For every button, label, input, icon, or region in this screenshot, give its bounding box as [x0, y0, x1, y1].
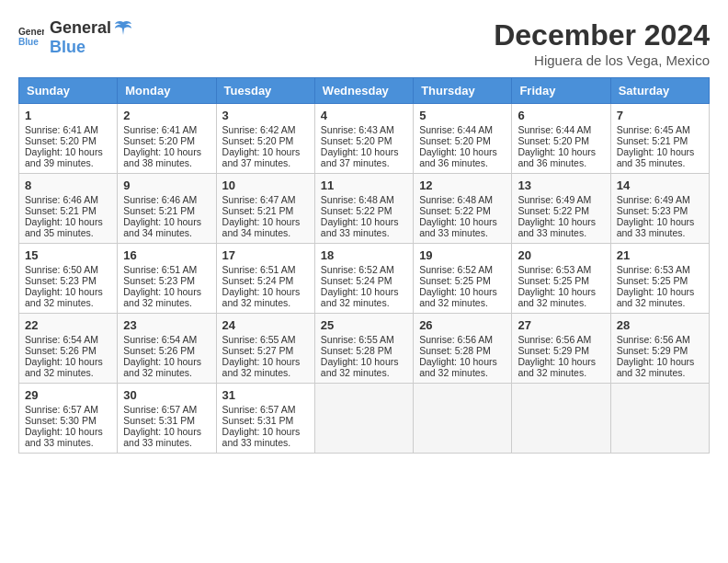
daylight: Daylight: 10 hours and 32 minutes.: [419, 356, 497, 378]
logo-text-general: General: [50, 19, 111, 38]
day-number: 15: [25, 248, 111, 262]
day-number: 23: [123, 318, 210, 332]
sunrise: Sunrise: 6:53 AM: [617, 264, 690, 275]
calendar-cell: 2 Sunrise: 6:41 AM Sunset: 5:20 PM Dayli…: [118, 104, 216, 174]
daylight: Daylight: 10 hours and 35 minutes.: [617, 146, 695, 168]
calendar-cell: [512, 384, 610, 454]
day-number: 31: [222, 388, 309, 402]
sunrise: Sunrise: 6:56 AM: [617, 334, 690, 345]
calendar-table: SundayMondayTuesdayWednesdayThursdayFrid…: [18, 77, 710, 454]
logo-text-blue: Blue: [50, 39, 133, 57]
sunset: Sunset: 5:23 PM: [617, 205, 688, 216]
calendar-cell: 25 Sunrise: 6:55 AM Sunset: 5:28 PM Dayl…: [314, 314, 413, 384]
sunrise: Sunrise: 6:43 AM: [321, 124, 394, 135]
sunrise: Sunrise: 6:53 AM: [518, 264, 591, 275]
calendar-cell: 11 Sunrise: 6:48 AM Sunset: 5:22 PM Dayl…: [314, 174, 413, 244]
day-number: 7: [617, 109, 703, 122]
daylight: Daylight: 10 hours and 34 minutes.: [123, 216, 201, 238]
daylight: Daylight: 10 hours and 32 minutes.: [123, 286, 201, 308]
header-cell-wednesday: Wednesday: [314, 78, 413, 104]
daylight: Daylight: 10 hours and 32 minutes.: [617, 356, 695, 378]
sunset: Sunset: 5:22 PM: [419, 205, 491, 216]
calendar-cell: 5 Sunrise: 6:44 AM Sunset: 5:20 PM Dayli…: [414, 104, 512, 174]
calendar-cell: 1 Sunrise: 6:41 AM Sunset: 5:20 PM Dayli…: [19, 104, 118, 174]
logo: General Blue General Blue: [18, 18, 133, 57]
sunrise: Sunrise: 6:41 AM: [25, 124, 98, 135]
svg-text:Blue: Blue: [18, 37, 39, 47]
sunrise: Sunrise: 6:46 AM: [25, 194, 98, 205]
week-row-4: 22 Sunrise: 6:54 AM Sunset: 5:26 PM Dayl…: [19, 314, 710, 384]
daylight: Daylight: 10 hours and 35 minutes.: [25, 216, 103, 238]
sunset: Sunset: 5:29 PM: [518, 345, 589, 356]
sunset: Sunset: 5:28 PM: [419, 345, 491, 356]
day-number: 4: [321, 109, 407, 122]
calendar-cell: 6 Sunrise: 6:44 AM Sunset: 5:20 PM Dayli…: [512, 104, 610, 174]
sunrise: Sunrise: 6:49 AM: [617, 194, 690, 205]
sunset: Sunset: 5:20 PM: [123, 135, 195, 146]
sunset: Sunset: 5:20 PM: [419, 135, 491, 146]
day-number: 13: [518, 178, 604, 192]
sunrise: Sunrise: 6:46 AM: [123, 194, 197, 205]
sunrise: Sunrise: 6:52 AM: [321, 264, 394, 275]
daylight: Daylight: 10 hours and 38 minutes.: [123, 146, 201, 168]
calendar-cell: 24 Sunrise: 6:55 AM Sunset: 5:27 PM Dayl…: [216, 314, 314, 384]
calendar-cell: 3 Sunrise: 6:42 AM Sunset: 5:20 PM Dayli…: [216, 104, 314, 174]
day-number: 1: [25, 109, 111, 122]
daylight: Daylight: 10 hours and 32 minutes.: [222, 286, 301, 308]
sunrise: Sunrise: 6:56 AM: [419, 334, 493, 345]
calendar-cell: 26 Sunrise: 6:56 AM Sunset: 5:28 PM Dayl…: [414, 314, 512, 384]
calendar-cell: [414, 384, 512, 454]
calendar-cell: 17 Sunrise: 6:51 AM Sunset: 5:24 PM Dayl…: [216, 244, 314, 314]
calendar-cell: 20 Sunrise: 6:53 AM Sunset: 5:25 PM Dayl…: [512, 244, 610, 314]
week-row-1: 1 Sunrise: 6:41 AM Sunset: 5:20 PM Dayli…: [19, 104, 710, 174]
sunrise: Sunrise: 6:57 AM: [123, 404, 197, 415]
daylight: Daylight: 10 hours and 33 minutes.: [518, 216, 596, 238]
daylight: Daylight: 10 hours and 32 minutes.: [321, 356, 399, 378]
sunrise: Sunrise: 6:56 AM: [518, 334, 591, 345]
calendar-cell: 10 Sunrise: 6:47 AM Sunset: 5:21 PM Dayl…: [216, 174, 314, 244]
calendar-cell: 13 Sunrise: 6:49 AM Sunset: 5:22 PM Dayl…: [512, 174, 610, 244]
calendar-body: 1 Sunrise: 6:41 AM Sunset: 5:20 PM Dayli…: [19, 104, 710, 454]
daylight: Daylight: 10 hours and 33 minutes.: [25, 426, 103, 448]
sunset: Sunset: 5:31 PM: [222, 415, 294, 426]
day-number: 19: [419, 248, 506, 262]
sunset: Sunset: 5:29 PM: [617, 345, 688, 356]
sunset: Sunset: 5:27 PM: [222, 345, 294, 356]
logo-icon: General Blue: [18, 25, 44, 51]
sunset: Sunset: 5:23 PM: [123, 275, 195, 286]
day-number: 25: [321, 318, 407, 332]
sunrise: Sunrise: 6:54 AM: [25, 334, 98, 345]
daylight: Daylight: 10 hours and 32 minutes.: [518, 286, 596, 308]
sunset: Sunset: 5:26 PM: [123, 345, 195, 356]
sunrise: Sunrise: 6:44 AM: [518, 124, 591, 135]
sunrise: Sunrise: 6:51 AM: [123, 264, 197, 275]
daylight: Daylight: 10 hours and 32 minutes.: [25, 356, 103, 378]
day-number: 11: [321, 178, 407, 192]
sunset: Sunset: 5:20 PM: [222, 135, 294, 146]
daylight: Daylight: 10 hours and 33 minutes.: [321, 216, 399, 238]
calendar-cell: 28 Sunrise: 6:56 AM Sunset: 5:29 PM Dayl…: [610, 314, 709, 384]
daylight: Daylight: 10 hours and 32 minutes.: [518, 356, 596, 378]
sunset: Sunset: 5:21 PM: [222, 205, 294, 216]
sunset: Sunset: 5:20 PM: [518, 135, 589, 146]
header-cell-sunday: Sunday: [19, 78, 118, 104]
calendar-cell: 29 Sunrise: 6:57 AM Sunset: 5:30 PM Dayl…: [19, 384, 118, 454]
title-area: December 2024 Higuera de los Vega, Mexic…: [494, 18, 710, 68]
daylight: Daylight: 10 hours and 32 minutes.: [123, 356, 201, 378]
day-number: 6: [518, 109, 604, 122]
day-number: 27: [518, 318, 604, 332]
calendar-cell: 15 Sunrise: 6:50 AM Sunset: 5:23 PM Dayl…: [19, 244, 118, 314]
sunset: Sunset: 5:26 PM: [25, 345, 97, 356]
sunset: Sunset: 5:22 PM: [518, 205, 589, 216]
daylight: Daylight: 10 hours and 32 minutes.: [321, 286, 399, 308]
day-number: 29: [25, 388, 111, 402]
day-number: 30: [123, 388, 210, 402]
sunrise: Sunrise: 6:57 AM: [25, 404, 98, 415]
sunrise: Sunrise: 6:54 AM: [123, 334, 197, 345]
header-cell-friday: Friday: [512, 78, 610, 104]
sunrise: Sunrise: 6:50 AM: [25, 264, 98, 275]
calendar-cell: [610, 384, 709, 454]
sunrise: Sunrise: 6:42 AM: [222, 124, 296, 135]
day-number: 12: [419, 178, 506, 192]
day-number: 8: [25, 178, 111, 192]
